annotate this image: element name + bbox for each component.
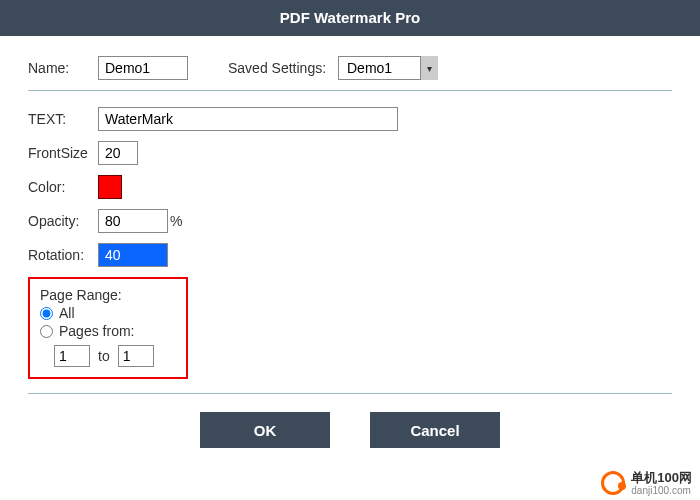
name-input[interactable] (98, 56, 188, 80)
rotation-input[interactable] (98, 243, 168, 267)
frontsize-label: FrontSize (28, 145, 98, 161)
radio-pages-from-label: Pages from: (59, 323, 134, 339)
source-watermark: 单机100网 danji100.com (601, 471, 692, 496)
watermark-cn: 单机100网 (631, 471, 692, 485)
separator-bottom (28, 393, 672, 394)
radio-pages-from[interactable] (40, 325, 53, 338)
page-to-input[interactable] (118, 345, 154, 367)
separator (28, 90, 672, 91)
cancel-button[interactable]: Cancel (370, 412, 500, 448)
page-range-group: Page Range: All Pages from: to (28, 277, 188, 379)
watermark-text-input[interactable] (98, 107, 398, 131)
page-range-label: Page Range: (40, 287, 176, 303)
ok-button[interactable]: OK (200, 412, 330, 448)
opacity-input[interactable] (98, 209, 168, 233)
logo-icon (601, 471, 625, 495)
color-label: Color: (28, 179, 98, 195)
text-label: TEXT: (28, 111, 98, 127)
app-title: PDF Watermark Pro (280, 9, 420, 26)
rotation-label: Rotation: (28, 247, 98, 263)
title-bar: PDF Watermark Pro (0, 0, 700, 36)
saved-settings-select[interactable] (338, 56, 438, 80)
radio-pages-from-row[interactable]: Pages from: (40, 323, 176, 339)
page-from-input[interactable] (54, 345, 90, 367)
dialog-content: Name: Saved Settings: ▾ TEXT: FrontSize … (0, 36, 700, 448)
saved-settings-label: Saved Settings: (228, 60, 338, 76)
opacity-label: Opacity: (28, 213, 98, 229)
opacity-unit: % (170, 213, 182, 229)
radio-all-label: All (59, 305, 75, 321)
radio-all[interactable] (40, 307, 53, 320)
name-label: Name: (28, 60, 98, 76)
color-swatch[interactable] (98, 175, 122, 199)
radio-all-row[interactable]: All (40, 305, 176, 321)
frontsize-input[interactable] (98, 141, 138, 165)
page-to-label: to (98, 348, 110, 364)
watermark-en: danji100.com (631, 485, 692, 496)
